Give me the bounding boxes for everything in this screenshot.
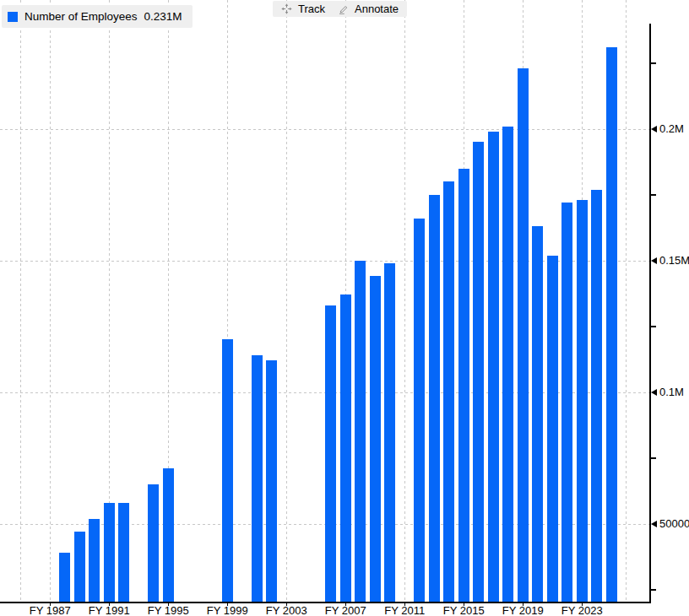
pencil-icon [338, 3, 349, 14]
employees-bar-chart: 0.2M0.15M0.1M50000FY 1987FY 1991FY 1995F… [0, 0, 689, 616]
bar-fy-1990[interactable] [89, 519, 100, 602]
bar-fy-2014[interactable] [443, 181, 454, 602]
axis-arrow-icon [651, 257, 657, 264]
bar-fy-1991[interactable] [104, 503, 115, 602]
bar-fy-2024[interactable] [591, 190, 602, 602]
track-label: Track [298, 3, 325, 15]
bar-fy-2009[interactable] [370, 276, 381, 602]
axis-arrow-icon [651, 126, 657, 132]
bar-fy-2023[interactable] [577, 200, 588, 602]
legend-swatch-icon [8, 12, 18, 22]
x-axis-label: FY 2023 [562, 604, 603, 616]
bar-fy-1988[interactable] [59, 553, 70, 602]
axis-arrow-icon [651, 389, 657, 396]
bar-fy-2001[interactable] [252, 355, 263, 602]
x-axis-label: FY 2003 [266, 604, 307, 616]
bar-fy-2007[interactable] [340, 294, 351, 602]
bar-fy-2021[interactable] [547, 256, 558, 602]
y-axis-minor-tick [649, 194, 656, 196]
bar-fy-2017[interactable] [488, 132, 499, 602]
bar-fy-2008[interactable] [355, 261, 366, 602]
bar-fy-1999[interactable] [222, 339, 233, 602]
vertical-gridline [404, 0, 405, 602]
vertical-gridline [626, 0, 627, 602]
bar-fy-2025[interactable] [606, 47, 617, 602]
axis-arrow-icon [651, 521, 657, 527]
legend-value: 0.231M [144, 10, 182, 23]
x-axis-label: FY 2019 [502, 604, 544, 616]
y-axis-label: 0.15M [651, 254, 689, 267]
legend-label: Number of Employees [24, 10, 138, 23]
y-axis-minor-tick [649, 589, 656, 591]
y-axis-minor-tick [649, 326, 656, 327]
bar-fy-2016[interactable] [473, 142, 484, 602]
y-axis-line [649, 24, 651, 603]
bar-fy-2019[interactable] [518, 68, 529, 602]
x-axis-label: FY 2015 [443, 604, 485, 616]
bar-fy-1994[interactable] [148, 484, 159, 602]
legend[interactable]: Number of Employees 0.231M [2, 5, 193, 28]
bar-fy-2022[interactable] [562, 203, 572, 602]
bar-fy-2020[interactable] [532, 226, 543, 602]
y-axis-label: 50000 [651, 517, 689, 531]
bar-fy-2018[interactable] [502, 127, 513, 602]
x-axis-label: FY 2011 [384, 604, 425, 616]
y-axis-label-text: 0.15M [659, 254, 689, 267]
bar-fy-2015[interactable] [458, 169, 469, 602]
bar-fy-1989[interactable] [74, 532, 85, 602]
bar-fy-2010[interactable] [384, 263, 395, 602]
bar-fy-2013[interactable] [429, 195, 440, 602]
y-axis-minor-tick [649, 457, 656, 459]
y-axis-label-text: 50000 [659, 517, 689, 531]
x-axis-label: FY 2007 [325, 604, 366, 616]
annotate-button[interactable]: Annotate [329, 1, 407, 17]
bar-fy-1995[interactable] [163, 468, 174, 602]
track-button[interactable]: Track [273, 1, 334, 17]
y-axis-label: 0.2M [651, 122, 684, 136]
bar-fy-2012[interactable] [414, 219, 425, 602]
bar-fy-2002[interactable] [266, 360, 277, 602]
y-axis-minor-tick [649, 62, 656, 64]
horizontal-gridline [0, 129, 649, 130]
y-axis-label-text: 0.1M [659, 386, 684, 399]
x-axis-label: FY 1995 [148, 604, 189, 616]
y-axis-label-text: 0.2M [659, 122, 684, 136]
bar-fy-1992[interactable] [118, 503, 129, 602]
x-axis-label: FY 1991 [89, 604, 130, 616]
crosshair-move-icon [281, 3, 292, 14]
y-axis-label: 0.1M [651, 386, 684, 399]
x-axis-line [0, 602, 651, 603]
annotate-label: Annotate [355, 3, 399, 15]
x-axis-label: FY 1987 [30, 604, 71, 616]
x-axis-label: FY 1999 [207, 604, 248, 616]
bar-fy-2006[interactable] [325, 305, 336, 602]
vertical-gridline [20, 0, 21, 602]
vertical-gridline [50, 0, 51, 602]
vertical-gridline [286, 0, 287, 602]
